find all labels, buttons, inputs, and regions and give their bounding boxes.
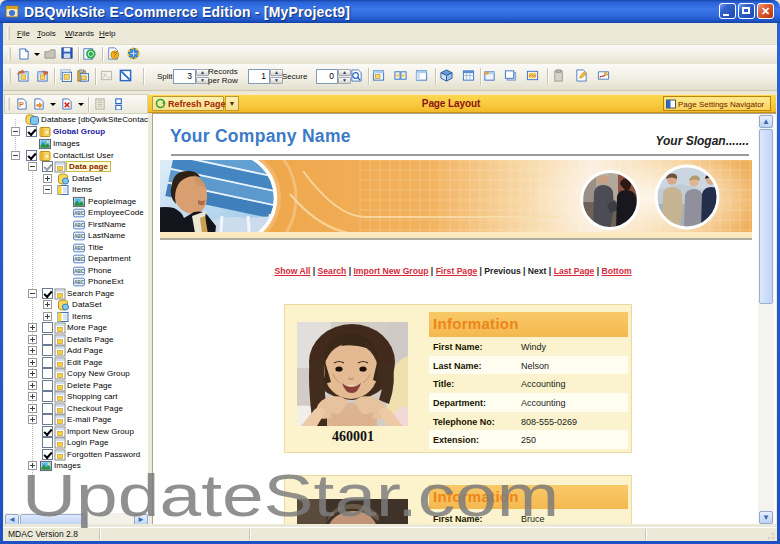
svg-text:ABC: ABC: [74, 222, 85, 227]
svg-text:ABC: ABC: [74, 268, 85, 273]
svg-text:ABC: ABC: [74, 234, 85, 239]
svg-text:?: ?: [113, 51, 117, 58]
svg-text:ABC: ABC: [74, 211, 85, 216]
svg-text:ABC: ABC: [74, 245, 85, 250]
svg-text:ABC: ABC: [74, 257, 85, 262]
svg-text:ABC: ABC: [74, 280, 85, 285]
svg-text:P: P: [19, 100, 24, 109]
